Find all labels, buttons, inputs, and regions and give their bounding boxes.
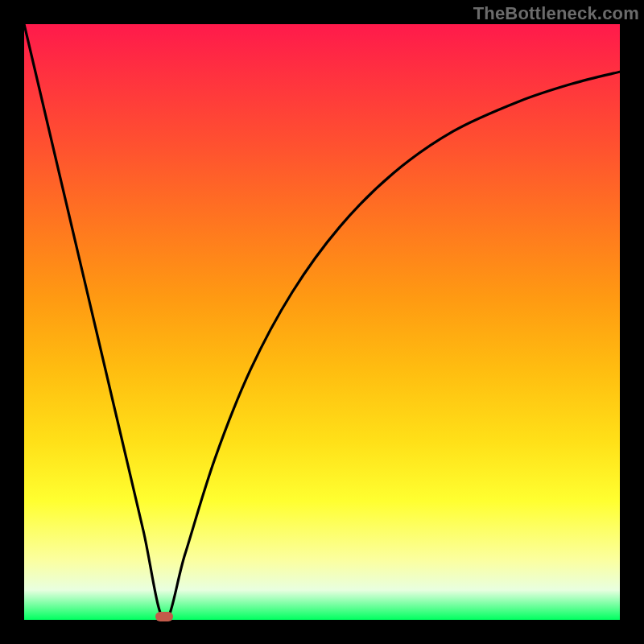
watermark-text: TheBottleneck.com — [473, 3, 639, 24]
optimal-point-marker — [155, 612, 173, 621]
chart-frame: TheBottleneck.com — [0, 0, 644, 644]
plot-area — [24, 24, 620, 620]
bottleneck-curve — [24, 24, 620, 620]
